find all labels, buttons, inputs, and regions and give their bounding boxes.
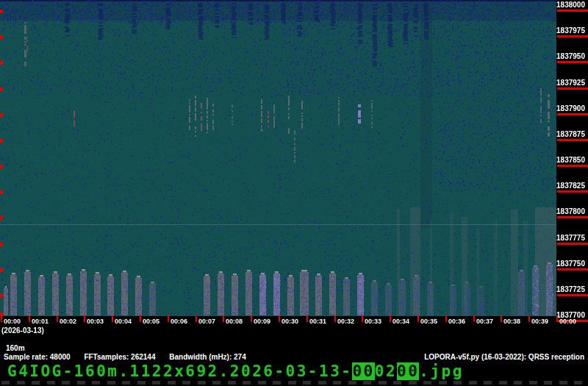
time-label: 00:04 [115,318,132,325]
dash-block [92,381,100,385]
dash-block [379,381,387,385]
frequency-gridline [557,268,588,271]
time-label: 00:05 [143,318,159,325]
frequency-gridline [557,87,588,90]
left-edge-tick [0,35,3,39]
time-label: 00:02 [60,318,76,325]
frequency-label: 1837850 [541,156,585,164]
dash-block [529,381,537,385]
frequency-label: 1837900 [541,104,585,112]
fft-samples-value: FFTsamples: 262144 [84,353,155,361]
dash-block [107,381,115,385]
time-label: 00:00 [559,318,576,325]
dash-block [303,381,311,385]
frequency-gridline [557,216,588,218]
time-tick [306,315,308,322]
time-tick [140,315,141,322]
left-edge-tick [0,87,3,91]
frequency-gridline [557,294,588,296]
time-tick [279,315,280,322]
time-tick [556,315,558,322]
dash-block [258,381,266,385]
time-tick [168,315,169,322]
filename-segment: G4IOG-160m.1122x692.2026-03-13- [7,362,352,380]
dash-block [514,381,522,385]
time-label: 00:07 [198,318,215,325]
dash-block [484,381,492,385]
frequency-label: 1837950 [541,52,585,60]
dash-block [409,381,417,385]
time-tick [362,315,363,322]
frequency-label: 1838000 [541,1,585,9]
time-label: 00:37 [476,318,493,325]
frequency-label: 1837875 [541,130,585,138]
time-label: 00:34 [392,318,409,325]
left-edge-tick [0,294,3,298]
dash-block [152,381,160,385]
dash-block [469,381,477,385]
frequency-label: 1837825 [541,182,585,190]
spectrogram-waterfall [0,0,556,316]
time-tick [29,315,30,322]
time-label: 00:00 [4,318,21,325]
filename-segment: 00 [397,362,419,380]
time-tick [334,315,336,322]
dash-block [288,381,296,385]
dash-block [198,381,206,385]
frequency-label: 1837925 [541,79,585,87]
time-label: 00:03 [87,318,104,325]
dash-block [393,381,401,385]
dash-block [423,381,431,385]
frequency-label: 1837725 [541,285,585,293]
dash-block [182,381,190,385]
frequency-gridline [557,190,588,193]
time-tick [223,315,224,322]
time-label: 00:33 [365,318,381,325]
time-tick [84,315,85,322]
frequency-gridline [557,139,588,141]
dash-block [122,381,130,385]
dash-block [32,381,40,385]
band-label: 160m [6,344,25,352]
frequency-gridline [557,61,588,63]
time-tick [445,315,447,322]
time-tick [112,315,113,322]
frequency-gridline [557,243,588,245]
dash-block [559,381,567,385]
left-edge-tick [0,243,3,246]
dash-block [348,381,356,385]
frequency-label: 1837775 [541,234,585,242]
dash-block [243,381,251,385]
time-label: 00:38 [503,318,520,325]
dash-block [137,381,146,385]
frequency-gridline [557,35,588,37]
filename-text: G4IOG-160m.1122x692.2026-03-13-000200.jp… [7,362,464,380]
dash-block [228,381,236,385]
frequency-label: 1837800 [541,207,585,215]
dash-block [77,381,85,385]
frequency-label: 1837975 [541,26,585,35]
time-tick [196,315,197,322]
left-edge-tick [0,165,3,168]
time-label: 00:06 [171,318,187,325]
dash-block [212,381,220,385]
frequency-gridline [557,165,588,167]
time-label: 00:35 [420,318,437,325]
time-label: 00:08 [226,318,243,325]
time-tick [417,315,419,322]
time-label: 00:01 [32,318,49,325]
time-tick [501,315,502,322]
dash-block [363,381,371,385]
time-tick [390,315,391,322]
dash-block [1,381,10,385]
software-credit: LOPORA-v5f.py (16-03-2022): QRSS recepti… [424,353,584,361]
dash-block [499,381,507,385]
time-label: 00:31 [309,318,326,325]
left-edge-tick [0,113,3,117]
frequency-gridline [557,10,588,12]
time-label: 00:32 [337,318,354,325]
dash-block [47,381,55,385]
dash-block [333,381,341,385]
dash-block [544,381,552,385]
time-label: 00:30 [282,318,298,325]
